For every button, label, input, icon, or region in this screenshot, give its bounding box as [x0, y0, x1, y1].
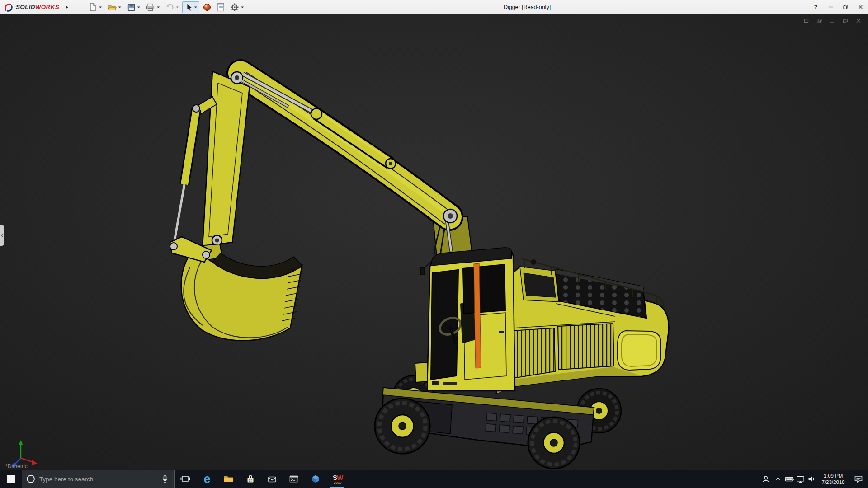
action-center-button[interactable]	[849, 470, 868, 488]
restore-button[interactable]	[838, 0, 853, 14]
store-icon	[245, 474, 256, 484]
svg-text:2017: 2017	[334, 481, 342, 485]
window-controls: ?	[808, 0, 868, 14]
dropdown-caret-icon[interactable]	[241, 6, 244, 9]
taskbar-app-console[interactable]	[283, 470, 305, 488]
print-button[interactable]	[144, 1, 161, 13]
logo-text-solid: SOLID	[16, 4, 35, 10]
doc-restore-button[interactable]	[840, 17, 850, 25]
taskbar-app-store[interactable]	[240, 470, 261, 488]
taskbar-clock[interactable]: 1:09 PM 7/23/2018	[817, 473, 849, 485]
taskbar-app-edge[interactable]: e	[196, 470, 218, 488]
help-button[interactable]: ?	[808, 0, 823, 14]
dropdown-caret-icon[interactable]	[118, 6, 122, 9]
display-icon	[795, 474, 806, 484]
solidworks-logo: SOLIDWORKS	[4, 2, 59, 12]
svg-text:e: e	[203, 473, 210, 485]
people-icon	[760, 474, 771, 484]
file-explorer-icon	[223, 474, 235, 484]
doc-new-window-button[interactable]	[801, 17, 811, 25]
logo-text-works: WORKS	[35, 4, 59, 10]
file-properties-icon	[216, 2, 225, 12]
edge-icon: e	[201, 473, 213, 485]
tray-expand-button[interactable]	[772, 470, 784, 488]
menu-expand-arrow[interactable]	[63, 1, 71, 13]
titlebar: SOLIDWORKS	[0, 0, 868, 14]
menu-expand-icon	[65, 5, 69, 9]
rebuild-button[interactable]	[201, 1, 213, 13]
open-folder-icon	[107, 2, 117, 12]
doc-restore-icon	[843, 18, 848, 23]
view-orientation-label: *Dimetric	[5, 463, 28, 469]
doc-minimize-button[interactable]	[827, 17, 837, 25]
close-button[interactable]	[853, 0, 868, 14]
taskbar-app-file-explorer[interactable]	[218, 470, 240, 488]
rebuild-icon	[203, 2, 212, 12]
dropdown-caret-icon[interactable]	[175, 6, 179, 9]
doc-cascade-icon	[816, 18, 822, 23]
print-icon	[145, 2, 156, 12]
minimize-icon	[828, 5, 833, 9]
battery-status-button[interactable]	[784, 470, 795, 488]
tray-expand-icon	[773, 474, 783, 484]
cad-cube-icon	[310, 474, 321, 484]
dropdown-caret-icon[interactable]	[194, 6, 198, 9]
search-input[interactable]	[39, 476, 160, 483]
system-tray: 1:09 PM 7/23/2018	[760, 470, 868, 488]
save-icon	[126, 2, 136, 12]
solidworks-window: SOLIDWORKS	[0, 0, 868, 488]
taskbar-app-mail[interactable]	[261, 470, 283, 488]
task-view-icon	[180, 474, 191, 484]
excavator-cab	[415, 248, 515, 391]
console-icon	[288, 474, 299, 484]
options-gear-icon	[230, 2, 240, 12]
quick-access-toolbar	[86, 1, 245, 13]
clock-time: 1:09 PM	[817, 473, 849, 479]
undo-icon	[165, 2, 175, 12]
cortana-circle-icon	[26, 474, 36, 484]
graphics-viewport[interactable]: *Dimetric	[0, 14, 868, 470]
brand-text: SOLIDWORKS	[16, 4, 59, 10]
dropdown-caret-icon[interactable]	[156, 6, 160, 9]
taskbar-app-solidworks[interactable]: S W 2017	[326, 470, 348, 488]
feature-tree-flyout-tab[interactable]	[0, 225, 4, 246]
solidworks-app-icon: S W 2017	[330, 472, 344, 486]
save-button[interactable]	[125, 1, 142, 13]
undo-button[interactable]	[163, 1, 180, 13]
restore-icon	[843, 5, 848, 9]
doc-close-icon	[856, 18, 861, 23]
people-button[interactable]	[760, 470, 772, 488]
new-document-icon	[88, 2, 98, 12]
microphone-icon[interactable]	[160, 474, 170, 484]
doc-new-window-icon	[803, 18, 809, 23]
document-title: Digger [Read-only]	[504, 0, 551, 14]
minimize-button[interactable]	[823, 0, 838, 14]
options-button[interactable]	[228, 1, 245, 13]
network-status-button[interactable]	[795, 470, 806, 488]
select-cursor-icon	[184, 2, 193, 12]
start-button[interactable]	[0, 470, 22, 488]
taskbar-search[interactable]	[22, 470, 175, 488]
open-button[interactable]	[105, 1, 123, 13]
flyout-arrow-icon	[1, 234, 3, 237]
mail-icon	[267, 474, 278, 484]
volume-button[interactable]	[806, 470, 817, 488]
speaker-icon	[806, 474, 817, 484]
doc-cascade-button[interactable]	[814, 17, 824, 25]
task-view-button[interactable]	[175, 470, 196, 488]
file-properties-button[interactable]	[215, 1, 226, 13]
doc-minimize-icon	[830, 18, 835, 23]
dropdown-caret-icon[interactable]	[137, 6, 141, 9]
new-document-button[interactable]	[86, 1, 104, 13]
excavator-model[interactable]	[0, 14, 868, 470]
doc-close-button[interactable]	[854, 17, 863, 25]
dropdown-caret-icon[interactable]	[99, 6, 102, 9]
taskbar-app-cad-viewer[interactable]	[305, 470, 326, 488]
select-tool-button[interactable]	[182, 1, 199, 13]
clock-date: 7/23/2018	[817, 479, 849, 485]
battery-icon	[784, 474, 795, 484]
document-window-controls	[801, 17, 863, 25]
taskbar: e	[0, 470, 868, 488]
help-icon: ?	[814, 4, 818, 10]
svg-text:W: W	[337, 474, 344, 481]
